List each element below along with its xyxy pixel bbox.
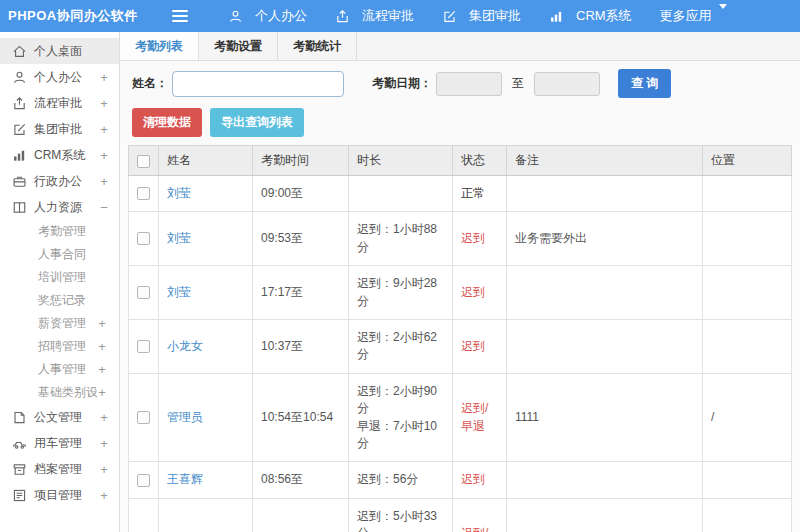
sidebar-item-admin-office[interactable]: 行政办公+ (0, 168, 119, 194)
sidebar-subitem-reward-punishment-record[interactable]: 奖惩记录 (0, 289, 119, 312)
sidebar-item-group-approval[interactable]: 集团审批+ (0, 116, 119, 142)
employee-name-link[interactable]: 刘莹 (167, 231, 191, 245)
name-filter-input[interactable] (172, 71, 344, 97)
status-cell: 迟到 (453, 462, 507, 498)
attendance-time-cell: 09:00至 (253, 176, 349, 212)
expand-icon[interactable]: + (99, 410, 109, 425)
expand-icon[interactable]: + (97, 362, 107, 377)
sidebar-subitem-training-management[interactable]: 培训管理 (0, 266, 119, 289)
sidebar-subitem-attendance-management[interactable]: 考勤管理 (0, 220, 119, 243)
hamburger-menu-icon[interactable] (172, 7, 188, 25)
share-icon (335, 9, 350, 24)
name-filter-label: 姓名： (132, 75, 168, 92)
column-header: 位置 (703, 146, 792, 176)
remark-cell (507, 462, 703, 498)
expand-icon[interactable]: + (99, 70, 109, 85)
status-cell: 迟到 (453, 212, 507, 266)
expand-icon[interactable]: + (99, 148, 109, 163)
table-row: 管理员10:54至10:54迟到：2小时90分 早退：7小时10分迟到/早退11… (129, 373, 792, 462)
sidebar-subitem-basic-category-settings[interactable]: 基础类别设置+ (0, 381, 119, 404)
expand-icon[interactable]: + (99, 462, 109, 477)
date-to-input[interactable] (534, 72, 600, 96)
status-cell: 正常 (453, 176, 507, 212)
date-filter-label: 考勤日期： (372, 75, 432, 92)
row-checkbox[interactable] (137, 187, 150, 200)
sidebar-item-project-management[interactable]: 项目管理+ (0, 482, 119, 508)
sidebar-subitem-personnel-management[interactable]: 人事管理+ (0, 358, 119, 381)
row-checkbox[interactable] (137, 232, 150, 245)
employee-name-link[interactable]: 刘莹 (167, 186, 191, 200)
user-icon (228, 9, 243, 24)
remark-cell (507, 266, 703, 320)
row-checkbox[interactable] (137, 474, 150, 487)
duration-cell: 迟到：9小时28分 (349, 266, 453, 320)
sidebar-subitem-personnel-contract[interactable]: 人事合同 (0, 243, 119, 266)
sidebar-subitem-label: 人事管理 (38, 361, 97, 378)
expand-icon[interactable]: + (99, 96, 109, 111)
expand-icon[interactable]: + (97, 316, 107, 331)
tab-attendance-settings[interactable]: 考勤设置 (199, 32, 278, 60)
sidebar-item-document-management[interactable]: 公文管理+ (0, 404, 119, 430)
sidebar-item-archive-management[interactable]: 档案管理+ (0, 456, 119, 482)
sidebar-item-crm-system[interactable]: CRM系统+ (0, 142, 119, 168)
car-icon (12, 436, 27, 451)
date-from-input[interactable] (436, 72, 502, 96)
nav-item-personal-office[interactable]: 个人办公 (214, 0, 321, 32)
book-icon (12, 200, 27, 215)
nav-item-workflow-approval[interactable]: 流程审批 (321, 0, 428, 32)
expand-icon[interactable]: + (99, 174, 109, 189)
row-checkbox[interactable] (137, 286, 150, 299)
app-logo: PHPOA协同办公软件 (0, 7, 120, 25)
table-row: 刘莹17:17至迟到：9小时28分迟到 (129, 266, 792, 320)
sidebar-subitem-recruitment-management[interactable]: 招聘管理+ (0, 335, 119, 358)
clear-data-button[interactable]: 清理数据 (132, 108, 202, 137)
remark-cell: 1111 (507, 373, 703, 462)
tab-attendance-statistics[interactable]: 考勤统计 (278, 32, 357, 60)
employee-name-link[interactable]: 小龙女 (167, 339, 203, 353)
sidebar-item-label: 个人办公 (34, 69, 99, 86)
doc-icon (12, 410, 27, 425)
expand-icon[interactable]: + (97, 385, 107, 400)
edit-icon (442, 9, 457, 24)
employee-name-link[interactable]: 管理员 (167, 410, 203, 424)
nav-item-group-approval[interactable]: 集团审批 (428, 0, 535, 32)
attendance-time-cell: 08:56至 (253, 462, 349, 498)
nav-item-crm-system[interactable]: CRM系统 (535, 0, 646, 32)
sidebar-item-personal-desktop[interactable]: 个人桌面 (0, 38, 119, 64)
expand-icon[interactable]: + (99, 488, 109, 503)
nav-item-more-apps[interactable]: 更多应用 (646, 0, 741, 32)
sidebar-subitem-salary-management[interactable]: 薪资管理+ (0, 312, 119, 335)
duration-cell: 迟到：2小时90分 早退：7小时10分 (349, 373, 453, 462)
column-header: 状态 (453, 146, 507, 176)
sidebar-item-workflow-approval[interactable]: 流程审批+ (0, 90, 119, 116)
row-checkbox[interactable] (137, 411, 150, 424)
search-button[interactable]: 查 询 (618, 69, 671, 98)
export-list-button[interactable]: 导出查询列表 (210, 108, 304, 137)
remark-cell (507, 498, 703, 532)
sidebar-item-human-resources[interactable]: 人力资源− (0, 194, 119, 220)
expand-icon[interactable]: + (99, 122, 109, 137)
collapse-icon[interactable]: − (99, 200, 109, 215)
employee-name-link[interactable]: 刘莹 (167, 285, 191, 299)
table-row: 刘莹09:00至正常 (129, 176, 792, 212)
column-header: 姓名 (159, 146, 253, 176)
status-cell: 迟到/早退 (453, 373, 507, 462)
duration-cell: 迟到：2小时62分 (349, 319, 453, 373)
attendance-time-cell: 13:20至13:20 (253, 498, 349, 532)
briefcase-icon (12, 174, 27, 189)
location-cell (703, 266, 792, 320)
attendance-time-cell: 09:53至 (253, 212, 349, 266)
sidebar-item-label: 公文管理 (34, 409, 99, 426)
expand-icon[interactable]: + (97, 339, 107, 354)
sidebar-item-label: 流程审批 (34, 95, 99, 112)
employee-name-link[interactable]: 王喜辉 (167, 472, 203, 486)
sidebar-item-vehicle-management[interactable]: 用车管理+ (0, 430, 119, 456)
edit-icon (12, 122, 27, 137)
row-checkbox[interactable] (137, 340, 150, 353)
sidebar-item-personal-office[interactable]: 个人办公+ (0, 64, 119, 90)
tab-attendance-list[interactable]: 考勤列表 (120, 32, 199, 60)
expand-icon[interactable]: + (99, 436, 109, 451)
duration-cell: 迟到：5小时33分 早退：4小时67分 (349, 498, 453, 532)
select-all-checkbox[interactable] (137, 155, 150, 168)
project-icon (12, 488, 27, 503)
